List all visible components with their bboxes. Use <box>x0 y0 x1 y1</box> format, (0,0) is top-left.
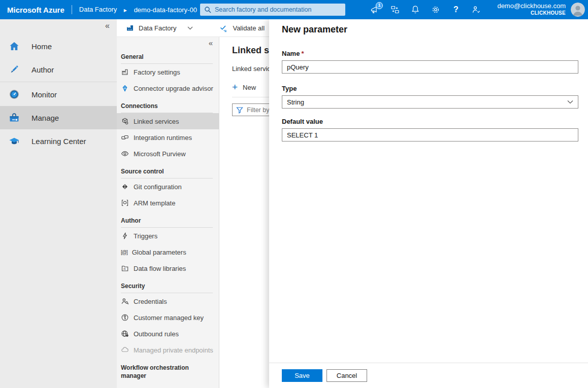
sidebar-item-label: Home <box>31 42 52 51</box>
sidebar-divider <box>0 82 117 82</box>
data-flow-libraries-icon: fx <box>121 264 129 272</box>
breadcrumb-app[interactable]: Data Factory <box>79 6 117 13</box>
filter-funnel-icon <box>236 107 243 114</box>
panel-title: New parameter <box>282 24 578 35</box>
manage-item-global-parameters[interactable]: [@] Global parameters <box>117 244 219 260</box>
manage-item-factory-settings[interactable]: Factory settings <box>117 64 219 80</box>
microsoft-azure-logo[interactable]: Microsoft Azure <box>7 6 64 14</box>
manage-item-linked-services[interactable]: Linked services <box>117 113 219 129</box>
switch-resource-icon[interactable] <box>390 5 400 15</box>
search-icon <box>204 6 211 13</box>
factory-search-box[interactable] <box>200 4 345 16</box>
sidebar-item-learning-center[interactable]: Learning Center <box>0 129 117 153</box>
section-header-source-control: Source control <box>121 168 213 179</box>
linked-services-icon <box>121 117 129 125</box>
manage-item-triggers[interactable]: Triggers <box>117 228 219 244</box>
announcements-icon[interactable]: 1 <box>370 5 380 15</box>
section-header-author: Author <box>121 217 213 228</box>
azure-top-bar: Microsoft Azure Data Factory ▶ demo-data… <box>0 0 588 19</box>
plus-icon: + <box>232 83 238 92</box>
manage-item-data-flow-libraries[interactable]: fx Data flow libraries <box>117 260 219 276</box>
breadcrumb-arrow-icon: ▶ <box>124 8 127 13</box>
manage-item-outbound-rules[interactable]: Outbound rules <box>117 326 219 342</box>
lightning-icon <box>121 232 129 240</box>
cancel-button[interactable]: Cancel <box>326 369 367 382</box>
section-header-security: Security <box>121 283 213 293</box>
required-asterisk: * <box>301 50 304 57</box>
integration-runtimes-icon <box>121 133 129 142</box>
manage-item-git-configuration[interactable]: Git configuration <box>117 179 219 195</box>
account-info[interactable]: demo@clickhouse.com CLICKHOUSE <box>497 2 566 16</box>
toolbox-icon <box>8 112 20 124</box>
factory-selector[interactable]: Data Factory <box>126 24 176 32</box>
svg-text:fx: fx <box>123 267 126 270</box>
manage-item-connector-upgrade-advisor[interactable]: Connector upgrade advisor <box>117 80 219 96</box>
settings-gear-icon[interactable] <box>431 5 441 15</box>
manage-sidebar-collapse-icon[interactable]: « <box>209 39 213 47</box>
gem-icon <box>121 84 129 92</box>
account-company: CLICKHOUSE <box>497 10 566 16</box>
avatar[interactable] <box>571 3 585 17</box>
help-icon[interactable]: ? <box>451 5 461 15</box>
name-label: Name* <box>282 50 578 57</box>
new-parameter-panel: New parameter Name* Type String Default … <box>269 19 588 388</box>
name-field[interactable] <box>282 60 578 74</box>
sidebar-item-author[interactable]: Author <box>0 58 117 81</box>
validate-all-button[interactable]: Validate all <box>219 24 265 32</box>
pencil-icon <box>8 63 20 76</box>
manage-sidebar: « General Factory settings <box>117 37 219 388</box>
sidebar-collapse-icon[interactable]: « <box>105 21 110 30</box>
notifications-bell-icon[interactable] <box>410 5 420 15</box>
sidebar-item-label: Monitor <box>31 90 57 99</box>
section-header-general: General <box>121 53 213 64</box>
manage-item-credentials[interactable]: Credentials <box>117 293 219 309</box>
panel-footer: Save Cancel <box>269 363 588 388</box>
arm-template-icon <box>121 199 129 207</box>
type-dropdown[interactable]: String <box>282 95 578 109</box>
default-value-label: Default value <box>282 118 578 125</box>
feedback-icon[interactable] <box>471 5 481 15</box>
factory-icon <box>126 24 134 32</box>
factory-selector-label: Data Factory <box>139 24 176 32</box>
graduation-cap-icon <box>8 135 20 147</box>
type-selected-value: String <box>287 98 567 106</box>
manage-item-customer-managed-key[interactable]: Customer managed key <box>117 309 219 326</box>
sidebar-item-monitor[interactable]: Monitor <box>0 83 117 106</box>
validate-all-label: Validate all <box>233 24 265 32</box>
default-value-field[interactable] <box>282 128 578 142</box>
search-input[interactable] <box>215 6 341 13</box>
global-parameters-icon: [@] <box>121 250 127 255</box>
section-header-workflow-orchestration-manager: Workflow orchestration manager <box>121 364 213 383</box>
git-icon <box>121 183 129 191</box>
topbar-icon-group: 1 ? <box>370 0 481 19</box>
notification-badge: 1 <box>376 2 383 9</box>
gauge-icon <box>8 88 20 100</box>
sidebar-item-manage[interactable]: Manage <box>0 106 117 129</box>
manage-item-microsoft-purview[interactable]: Microsoft Purview <box>117 146 219 162</box>
key-icon <box>121 313 129 322</box>
sidebar-item-home[interactable]: Home <box>0 34 117 58</box>
globe-icon <box>121 330 129 338</box>
type-label: Type <box>282 85 578 92</box>
sidebar-item-label: Author <box>31 65 54 74</box>
manage-item-integration-runtimes[interactable]: Integration runtimes <box>117 129 219 146</box>
manage-item-managed-private-endpoints[interactable]: Managed private endpoints <box>117 342 219 358</box>
breadcrumb-factory-name[interactable]: demo-data-factory-00 <box>134 6 209 14</box>
factory-settings-icon <box>121 68 129 76</box>
topbar-divider <box>72 5 72 14</box>
validate-check-icon <box>219 24 228 32</box>
home-icon <box>8 40 20 52</box>
account-email: demo@clickhouse.com <box>497 2 566 10</box>
manage-item-arm-template[interactable]: ARM template <box>117 195 219 211</box>
factory-selector-chevron-icon[interactable] <box>187 26 193 30</box>
sidebar-item-label: Learning Center <box>31 137 86 146</box>
cloud-icon <box>121 346 129 354</box>
credentials-icon <box>121 297 129 305</box>
section-header-connections: Connections <box>121 102 213 113</box>
eye-icon <box>121 150 129 158</box>
sidebar-item-label: Manage <box>31 114 59 122</box>
chevron-down-icon <box>567 100 573 104</box>
save-button[interactable]: Save <box>282 369 322 382</box>
breadcrumb: Data Factory ▶ demo-data-factory-00 <box>79 6 209 14</box>
primary-sidebar: « Home Author <box>0 19 117 388</box>
